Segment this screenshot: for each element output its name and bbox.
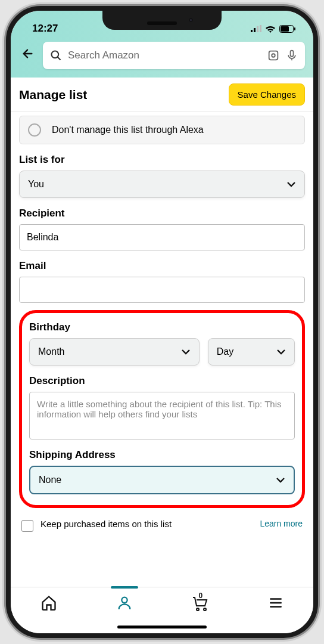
shipping-value: None bbox=[39, 475, 61, 485]
svg-rect-5 bbox=[281, 26, 289, 32]
radio-unchecked-icon[interactable] bbox=[28, 123, 41, 137]
alexa-label: Don't manage this list through Alexa bbox=[52, 125, 204, 135]
chevron-down-icon bbox=[181, 349, 191, 355]
keep-purchased-row: Keep purchased items on this list Learn … bbox=[19, 519, 305, 532]
notch bbox=[102, 11, 222, 30]
email-input[interactable] bbox=[19, 277, 305, 303]
search-icon bbox=[50, 49, 62, 61]
day-value: Day bbox=[217, 346, 233, 357]
shipping-select[interactable]: None bbox=[29, 466, 295, 494]
month-select[interactable]: Month bbox=[29, 338, 200, 366]
svg-rect-6 bbox=[294, 27, 295, 30]
nav-profile[interactable] bbox=[115, 593, 134, 612]
back-button[interactable] bbox=[19, 45, 37, 66]
day-select[interactable]: Day bbox=[208, 338, 295, 366]
nav-home[interactable] bbox=[39, 593, 58, 612]
save-changes-button[interactable]: Save Changes bbox=[229, 83, 305, 106]
chevron-down-icon bbox=[286, 181, 296, 187]
svg-point-13 bbox=[204, 608, 206, 611]
alexa-option[interactable]: Don't manage this list through Alexa bbox=[19, 116, 305, 144]
page-title: Manage list bbox=[19, 88, 87, 102]
nav-cart[interactable]: 0 bbox=[191, 593, 210, 612]
search-input[interactable] bbox=[68, 49, 261, 61]
highlight-section: Birthday Month Day Description Write a l… bbox=[19, 310, 305, 508]
shipping-label: Shipping Address bbox=[29, 449, 295, 461]
svg-rect-8 bbox=[269, 51, 278, 60]
menu-icon bbox=[268, 595, 284, 611]
lens-icon[interactable] bbox=[267, 49, 280, 62]
search-bar[interactable] bbox=[43, 42, 305, 69]
month-value: Month bbox=[38, 346, 64, 357]
status-time: 12:27 bbox=[32, 23, 58, 35]
cart-badge: 0 bbox=[199, 592, 203, 600]
app-header bbox=[11, 39, 313, 78]
svg-point-11 bbox=[122, 597, 127, 603]
chevron-down-icon bbox=[276, 477, 285, 483]
keep-checkbox[interactable] bbox=[21, 520, 33, 532]
form-content[interactable]: Don't manage this list through Alexa Lis… bbox=[11, 112, 313, 565]
wifi-icon bbox=[265, 25, 276, 33]
description-textarea[interactable]: Write a little something about the recip… bbox=[29, 392, 295, 439]
phone-frame: 12:27 Manage list Save Changes Don't man… bbox=[6, 6, 318, 638]
description-label: Description bbox=[29, 375, 295, 387]
svg-point-12 bbox=[197, 608, 199, 611]
birthday-label: Birthday bbox=[29, 321, 295, 333]
keep-label: Keep purchased items on this list bbox=[40, 519, 253, 529]
signal-icon bbox=[251, 25, 261, 32]
chevron-down-icon bbox=[276, 349, 286, 355]
svg-point-9 bbox=[272, 54, 275, 57]
recipient-input[interactable] bbox=[19, 224, 305, 250]
svg-rect-2 bbox=[257, 26, 258, 32]
nav-menu[interactable] bbox=[266, 593, 285, 612]
mic-icon[interactable] bbox=[286, 49, 298, 62]
status-icons bbox=[251, 25, 295, 33]
title-bar: Manage list Save Changes bbox=[11, 78, 313, 112]
list-for-value: You bbox=[28, 179, 44, 190]
arrow-left-icon bbox=[21, 47, 35, 60]
svg-rect-10 bbox=[291, 51, 294, 57]
user-icon bbox=[116, 595, 133, 611]
svg-rect-0 bbox=[251, 30, 253, 32]
recipient-label: Recipient bbox=[19, 208, 305, 219]
svg-rect-3 bbox=[260, 25, 261, 32]
home-icon bbox=[40, 595, 57, 611]
svg-rect-1 bbox=[254, 28, 256, 32]
svg-point-7 bbox=[52, 51, 59, 58]
battery-icon bbox=[279, 25, 295, 33]
learn-more-link[interactable]: Learn more bbox=[260, 519, 303, 528]
list-for-select[interactable]: You bbox=[19, 171, 305, 198]
list-for-label: List is for bbox=[19, 154, 305, 166]
home-indicator[interactable] bbox=[117, 626, 207, 628]
email-label: Email bbox=[19, 260, 305, 272]
